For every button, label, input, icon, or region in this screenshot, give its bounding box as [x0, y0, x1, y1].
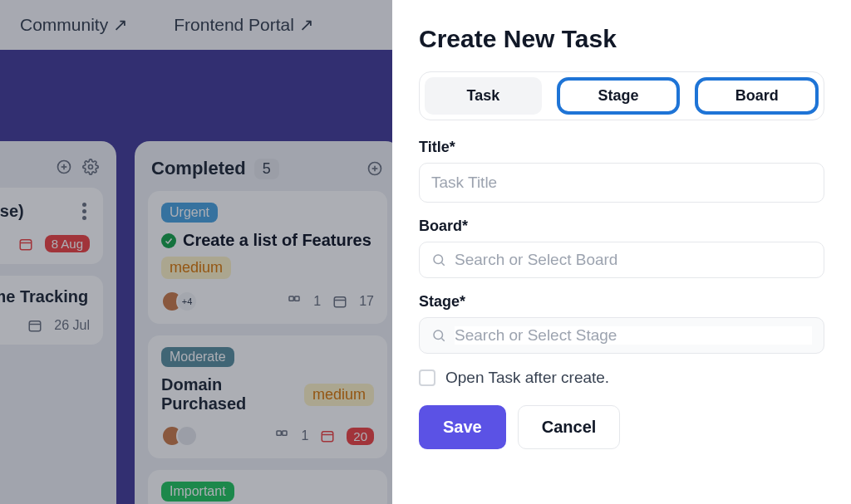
- svg-line-22: [441, 338, 444, 340]
- type-segmented-control: Task Stage Board: [419, 71, 824, 120]
- svg-point-21: [434, 330, 443, 340]
- board-label: Board*: [419, 218, 824, 235]
- search-icon: [431, 328, 446, 343]
- svg-point-19: [434, 255, 443, 264]
- title-input[interactable]: [419, 163, 824, 203]
- create-task-panel: Create New Task Task Stage Board Title* …: [392, 0, 851, 504]
- checkbox[interactable]: [419, 369, 435, 386]
- open-after-row[interactable]: Open Task after create.: [419, 369, 824, 387]
- svg-line-20: [441, 262, 444, 265]
- title-label: Title*: [419, 139, 824, 156]
- panel-heading: Create New Task: [419, 25, 824, 53]
- cancel-button[interactable]: Cancel: [518, 405, 621, 449]
- search-icon: [431, 252, 446, 267]
- board-select[interactable]: [419, 242, 824, 278]
- stage-select-input[interactable]: [455, 326, 812, 345]
- open-after-label: Open Task after create.: [445, 369, 609, 387]
- tab-task[interactable]: Task: [425, 77, 542, 115]
- tab-board[interactable]: Board: [695, 77, 819, 115]
- save-button[interactable]: Save: [419, 405, 506, 449]
- tab-stage[interactable]: Stage: [557, 77, 681, 115]
- stage-select[interactable]: [419, 317, 824, 354]
- board-select-input[interactable]: [455, 251, 812, 269]
- stage-label: Stage*: [419, 293, 824, 311]
